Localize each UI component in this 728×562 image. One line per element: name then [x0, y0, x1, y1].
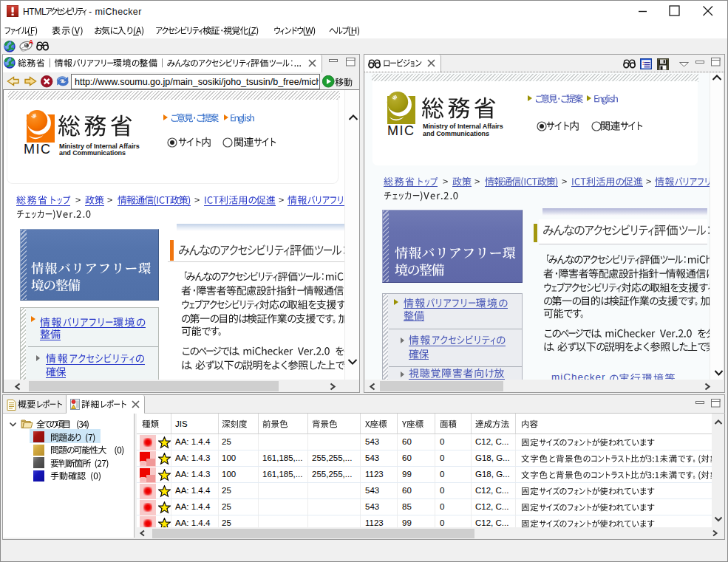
svg-text:A: A [29, 38, 34, 46]
